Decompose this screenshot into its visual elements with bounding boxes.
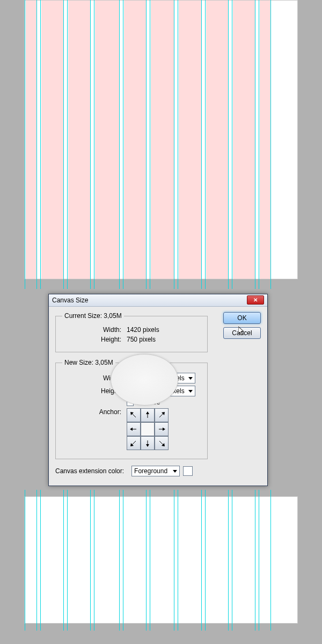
extension-color-label: Canvas extension color: [55, 467, 128, 475]
guide-line [174, 490, 174, 631]
new-height-input[interactable] [127, 386, 162, 396]
new-width-unit-select[interactable]: pixels [165, 373, 195, 383]
ok-button[interactable]: OK [223, 312, 261, 324]
guide-line [67, 490, 68, 631]
guide-line [25, 490, 25, 631]
relative-label: Relative [137, 399, 160, 406]
guide-line [146, 0, 147, 289]
guide-line [255, 490, 255, 631]
new-height-unit-select[interactable]: pixels [165, 386, 195, 396]
svg-marker-9 [163, 428, 165, 431]
guide-line [259, 490, 259, 631]
anchor-grid [127, 408, 169, 450]
guide-line [178, 490, 178, 631]
anchor-n[interactable] [141, 408, 155, 422]
extension-color-select[interactable]: Foreground [131, 466, 180, 476]
svg-marker-3 [146, 411, 149, 414]
guide-line [174, 0, 174, 289]
guide-line [146, 490, 147, 631]
canvas-guides-top [24, 0, 298, 290]
guide-line [201, 0, 202, 289]
close-button[interactable]: ✕ [247, 295, 264, 305]
guide-line [90, 490, 91, 631]
guide-line [178, 0, 178, 289]
guide-line [119, 490, 120, 631]
guide-line [40, 0, 41, 289]
arrow-e-icon [157, 425, 166, 433]
guide-line [150, 490, 150, 631]
new-size-legend: New Size: 3,05M [62, 359, 115, 366]
chevron-down-icon [188, 377, 193, 380]
new-size-group: New Size: 3,05M Width: pixels Height: pi… [55, 359, 208, 459]
guide-line [232, 0, 232, 289]
guide-line [123, 490, 123, 631]
guide-line [36, 490, 37, 631]
anchor-sw[interactable] [127, 436, 141, 450]
current-height-value: 750 pixels [127, 336, 156, 343]
guide-line [201, 490, 202, 631]
anchor-s[interactable] [141, 436, 155, 450]
svg-marker-16 [238, 327, 244, 335]
cursor-icon [238, 327, 245, 335]
new-height-unit-label: pixels [168, 387, 185, 395]
relative-checkbox[interactable] [127, 399, 134, 406]
ok-button-label: OK [237, 314, 246, 322]
guide-line [232, 490, 232, 631]
extension-color-value: Foreground [134, 467, 167, 475]
guide-line [94, 0, 94, 289]
guide-line [205, 0, 206, 289]
anchor-label: Anchor: [62, 408, 127, 416]
dialog-body: Current Size: 3,05M Width: 1420 pixels H… [49, 307, 267, 486]
arrow-se-icon [157, 439, 166, 447]
arrow-nw-icon [129, 411, 138, 419]
dialog-titlebar[interactable]: Canvas Size ✕ [49, 294, 267, 307]
extension-color-swatch[interactable] [183, 466, 193, 476]
new-height-label: Height: [62, 387, 127, 395]
guide-line [36, 0, 37, 289]
close-icon: ✕ [253, 297, 258, 303]
guide-line [90, 0, 91, 289]
canvas-guides-bottom [24, 490, 298, 629]
current-size-legend: Current Size: 3,05M [62, 312, 124, 320]
anchor-e[interactable] [155, 422, 169, 436]
guide-line [228, 490, 229, 631]
guide-line [270, 490, 271, 631]
anchor-ne[interactable] [155, 408, 169, 422]
arrow-sw-icon [129, 439, 138, 447]
current-size-group: Current Size: 3,05M Width: 1420 pixels H… [55, 312, 208, 352]
current-width-label: Width: [62, 326, 127, 334]
guide-line [150, 0, 150, 289]
arrow-s-icon [143, 439, 152, 447]
current-height-label: Height: [62, 336, 127, 343]
guide-line [123, 0, 123, 289]
new-width-label: Width: [62, 374, 127, 382]
arrow-n-icon [143, 411, 152, 419]
arrow-w-icon [129, 425, 138, 433]
guide-line [228, 0, 229, 289]
canvas-size-dialog: Canvas Size ✕ Current Size: 3,05M Width:… [48, 294, 268, 486]
svg-marker-7 [130, 428, 133, 431]
guide-line [270, 0, 271, 289]
anchor-w[interactable] [127, 422, 141, 436]
guide-line [25, 0, 25, 289]
guide-line [94, 490, 94, 631]
anchor-center[interactable] [141, 422, 155, 436]
guide-line [259, 0, 259, 289]
anchor-se[interactable] [155, 436, 169, 450]
guide-line [63, 0, 64, 289]
new-width-unit-label: pixels [168, 374, 185, 382]
new-width-input[interactable] [127, 373, 162, 383]
guide-line [63, 490, 64, 631]
dialog-title: Canvas Size [52, 296, 88, 304]
guide-line [67, 0, 68, 289]
guide-line [255, 0, 255, 289]
guide-line [119, 0, 120, 289]
guide-line [40, 490, 41, 631]
current-width-value: 1420 pixels [127, 326, 159, 334]
anchor-nw[interactable] [127, 408, 141, 422]
arrow-ne-icon [157, 411, 166, 419]
chevron-down-icon [188, 390, 193, 393]
guide-line [205, 490, 206, 631]
chevron-down-icon [173, 470, 177, 473]
svg-marker-13 [146, 444, 149, 447]
